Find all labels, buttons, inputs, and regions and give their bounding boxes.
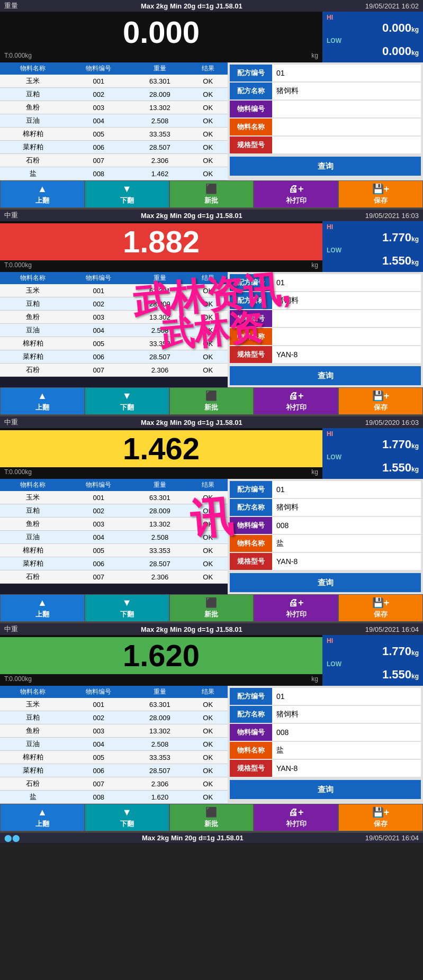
query-button[interactable]: 查询	[230, 366, 421, 385]
table-row: 盐0081.462OK	[0, 167, 228, 180]
table-cell: 盐	[0, 167, 66, 180]
bottom-spec-info: Max 2kg Min 20g d=1g J1.58.01	[142, 834, 244, 842]
spec-label-btn[interactable]: 规格型号	[230, 346, 272, 363]
material-no-label-btn[interactable]: 物料编号	[230, 724, 272, 741]
table-cell: 33.353	[131, 337, 188, 350]
table-cell: OK	[188, 711, 228, 724]
low-value: 0.000kg	[327, 44, 419, 58]
table-header: 物料名称	[0, 479, 66, 491]
table-cell: 001	[66, 698, 131, 711]
formula-name-value: 猪饲料	[272, 706, 421, 723]
new-batch-button[interactable]: ⬛ 新批	[169, 594, 254, 622]
down-button[interactable]: ▼ 下翻	[85, 387, 169, 415]
spec-label-btn[interactable]: 规格型号	[230, 553, 272, 570]
reprint-button[interactable]: 🖨+ 补打印	[254, 387, 338, 415]
material-name-row: 物料名称	[230, 119, 421, 135]
right-info-panel: 配方编号 01 配方名称 猪饲料 物料编号 008 物料名称 盐 规格型号	[228, 479, 423, 594]
spec-row: 规格型号 YAN-8	[230, 760, 421, 777]
spec-label-btn[interactable]: 规格型号	[230, 137, 272, 153]
screen-panel-panel1: 重量 Max 2kg Min 20g d=1g J1.58.01 19/05/2…	[0, 0, 423, 210]
top-bar: 中重 Max 2kg Min 20g d=1g J1.58.01 19/05/2…	[0, 416, 423, 428]
formula-no-value: 01	[272, 274, 421, 291]
material-name-label-btn[interactable]: 物料名称	[230, 119, 272, 135]
table-row: 豆油0042.508OK	[0, 114, 228, 128]
query-button[interactable]: 查询	[230, 780, 421, 799]
hi-label: HI	[327, 223, 419, 231]
hi-value: 1.770kg	[327, 645, 419, 658]
table-cell: 2.306	[131, 154, 188, 167]
table-cell: 005	[66, 337, 131, 350]
table-cell: 玉米	[0, 75, 66, 88]
table-cell: 63.301	[131, 491, 188, 504]
new-batch-label: 新批	[204, 610, 218, 619]
table-cell: 13.302	[131, 311, 188, 324]
formula-no-label-btn[interactable]: 配方编号	[230, 481, 272, 498]
formula-no-label-btn[interactable]: 配方编号	[230, 688, 272, 705]
down-button[interactable]: ▼ 下翻	[85, 594, 169, 622]
weight-label: 中重	[4, 211, 18, 220]
up-button[interactable]: ▲ 上翻	[0, 387, 85, 415]
table-cell: 石粉	[0, 570, 66, 584]
table-cell: OK	[188, 128, 228, 141]
material-name-value	[272, 328, 421, 345]
down-icon: ▼	[122, 184, 132, 195]
formula-name-label-btn[interactable]: 配方名称	[230, 706, 272, 723]
spec-label-btn[interactable]: 规格型号	[230, 760, 272, 777]
new-batch-button[interactable]: ⬛ 新批	[169, 804, 254, 831]
table-row: 玉米00163.301OK	[0, 698, 228, 711]
up-button[interactable]: ▲ 上翻	[0, 594, 85, 622]
table-cell: 豆粕	[0, 504, 66, 518]
reprint-button[interactable]: 🖨+ 补打印	[254, 180, 338, 208]
action-bar: ▲ 上翻 ▼ 下翻 ⬛ 新批 🖨+ 补打印 💾+ 保存	[0, 804, 423, 831]
up-icon: ▲	[38, 184, 47, 195]
save-button[interactable]: 💾+ 保存	[338, 594, 423, 622]
material-name-row: 物料名称	[230, 328, 421, 345]
material-name-label-btn[interactable]: 物料名称	[230, 742, 272, 759]
new-batch-button[interactable]: ⬛ 新批	[169, 387, 254, 415]
table-cell: OK	[188, 764, 228, 777]
formula-no-value: 01	[272, 65, 421, 81]
table-row: 玉米00163.301OK	[0, 284, 228, 297]
save-button[interactable]: 💾+ 保存	[338, 387, 423, 415]
table-cell: 28.009	[131, 88, 188, 101]
data-table: 物料名称物料编号重量结果 玉米00163.301OK 豆粕00228.009OK…	[0, 686, 228, 804]
save-button[interactable]: 💾+ 保存	[338, 180, 423, 208]
top-bar: 重量 Max 2kg Min 20g d=1g J1.58.01 19/05/2…	[0, 0, 423, 12]
save-button[interactable]: 💾+ 保存	[338, 804, 423, 831]
table-cell: 004	[66, 531, 131, 544]
formula-name-label-btn[interactable]: 配方名称	[230, 83, 272, 99]
material-no-label-btn[interactable]: 物料编号	[230, 101, 272, 117]
formula-no-label-btn[interactable]: 配方编号	[230, 65, 272, 81]
table-cell: OK	[188, 114, 228, 128]
weight-unit: kg	[311, 52, 318, 59]
hi-low-panel: HI 1.770kg LOW 1.550kg	[322, 635, 423, 686]
table-cell: 2.508	[131, 531, 188, 544]
table-cell: 006	[66, 764, 131, 777]
table-header: 物料编号	[66, 272, 131, 284]
down-label: 下翻	[120, 610, 134, 619]
material-name-label-btn[interactable]: 物料名称	[230, 328, 272, 345]
up-button[interactable]: ▲ 上翻	[0, 180, 85, 208]
query-button[interactable]: 查询	[230, 573, 421, 592]
table-row: 豆粕00228.009OK	[0, 504, 228, 518]
down-button[interactable]: ▼ 下翻	[85, 804, 169, 831]
reprint-button[interactable]: 🖨+ 补打印	[254, 804, 338, 831]
up-label: 上翻	[35, 610, 49, 619]
down-button[interactable]: ▼ 下翻	[85, 180, 169, 208]
material-no-label-btn[interactable]: 物料编号	[230, 517, 272, 534]
reprint-button[interactable]: 🖨+ 补打印	[254, 594, 338, 622]
table-cell: 002	[66, 297, 131, 311]
spec-row: 规格型号 YAN-8	[230, 553, 421, 570]
formula-name-label-btn[interactable]: 配方名称	[230, 499, 272, 516]
query-button[interactable]: 查询	[230, 157, 421, 176]
up-button[interactable]: ▲ 上翻	[0, 804, 85, 831]
table-row: 豆粕00228.009OK	[0, 88, 228, 101]
spec-value: YAN-8	[272, 346, 421, 363]
material-no-label-btn[interactable]: 物料编号	[230, 310, 272, 327]
formula-no-label-btn[interactable]: 配方编号	[230, 274, 272, 291]
formula-name-label-btn[interactable]: 配方名称	[230, 292, 272, 309]
datetime: 19/05/2021 16:04	[365, 625, 419, 633]
new-batch-button[interactable]: ⬛ 新批	[169, 180, 254, 208]
material-name-label-btn[interactable]: 物料名称	[230, 535, 272, 552]
data-table-section: 物料名称物料编号重量结果 玉米00163.301OK 豆粕00228.009OK…	[0, 272, 228, 387]
